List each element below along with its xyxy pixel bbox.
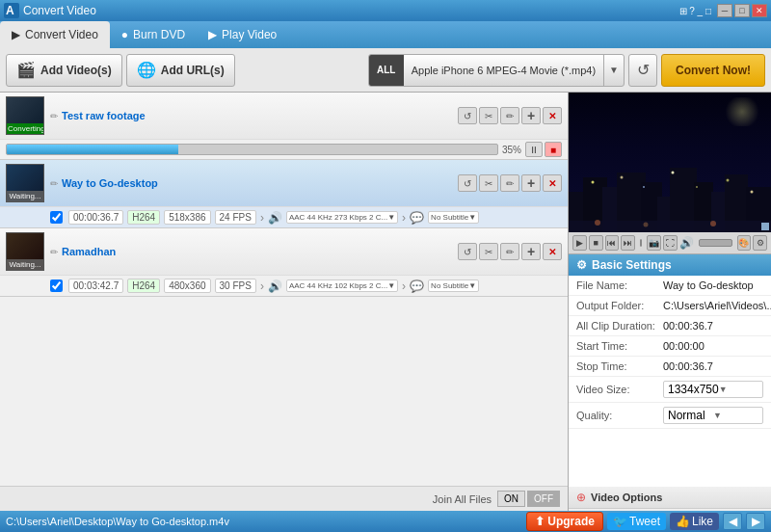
subtitle-dropdown-3[interactable]: No Subtitle ▼ bbox=[428, 279, 479, 292]
convert-tab-icon: ▶ bbox=[12, 28, 20, 41]
file-list-panel: Converting ✏ Test raw footage ↺ ✂ ✏ + ✕ … bbox=[0, 93, 569, 511]
file-refresh-3[interactable]: ↺ bbox=[458, 243, 477, 260]
preview-play-btn[interactable]: ▶ bbox=[572, 235, 587, 251]
file-checkbox-2[interactable] bbox=[50, 211, 63, 224]
settings-panel: ⚙ Basic Settings File Name: Way to Go-de… bbox=[569, 254, 771, 511]
preview-color-btn[interactable]: 🎨 bbox=[737, 235, 752, 251]
file-header-2: Waiting... ✏ Way to Go-desktop ↺ ✂ ✏ + ✕ bbox=[0, 160, 568, 207]
resolution-chip-3: 480x360 bbox=[164, 279, 210, 293]
refresh-button[interactable]: ↺ bbox=[628, 54, 657, 87]
convert-now-button[interactable]: Convert Now! bbox=[661, 54, 765, 87]
tab-convert[interactable]: ▶ Convert Video bbox=[0, 21, 110, 48]
preview-prev-btn[interactable]: ⏮ bbox=[605, 235, 620, 251]
join-row: Join All Files ON OFF bbox=[0, 486, 568, 511]
file-thumb-3: Waiting... bbox=[6, 232, 44, 271]
format-selector[interactable]: ALL Apple iPhone 6 MPEG-4 Movie (*.mp4) … bbox=[368, 54, 625, 87]
format-dropdown-arrow[interactable]: ▼ bbox=[603, 55, 624, 86]
nav-back-button[interactable]: ◀ bbox=[723, 513, 742, 530]
video-options-icon: ⊕ bbox=[576, 491, 586, 504]
nav-forward-button[interactable]: ▶ bbox=[746, 513, 765, 530]
file-cut-3[interactable]: ✂ bbox=[479, 243, 498, 260]
close-button[interactable]: ✕ bbox=[752, 4, 767, 17]
format-all-icon: ALL bbox=[369, 55, 404, 86]
status-waiting-3: Waiting... bbox=[7, 259, 43, 270]
status-bar: C:\Users\Ariel\Desktop\Way to Go-desktop… bbox=[0, 511, 771, 532]
preview-progress-slider[interactable] bbox=[640, 239, 642, 247]
file-details-3: 00:03:42.7 H264 480x360 30 FPS › 🔊 AAC 4… bbox=[0, 276, 568, 296]
video-preview bbox=[569, 93, 771, 232]
pause-btn-1[interactable]: ⏸ bbox=[525, 142, 543, 157]
preview-stop-btn[interactable]: ■ bbox=[589, 235, 603, 251]
tab-play[interactable]: ▶ Play Video bbox=[197, 21, 288, 48]
like-button[interactable]: 👍 Like bbox=[670, 513, 719, 530]
preview-screenshot-btn[interactable]: 📷 bbox=[647, 235, 661, 251]
resize-handle[interactable] bbox=[761, 223, 769, 230]
duration-chip-3: 00:03:42.7 bbox=[68, 279, 123, 293]
twitter-button[interactable]: 🐦 Tweet bbox=[607, 513, 666, 530]
add-videos-label: Add Video(s) bbox=[40, 64, 112, 77]
file-details-2: 00:00:36.7 H264 518x386 24 FPS › 🔊 AAC 4… bbox=[0, 207, 568, 227]
file-cut-1[interactable]: ✂ bbox=[479, 107, 498, 124]
file-close-1[interactable]: ✕ bbox=[543, 107, 562, 124]
audio-label-3: AAC 44 KHz 102 Kbps 2 C... bbox=[289, 281, 387, 290]
upgrade-button[interactable]: ⬆ Upgrade bbox=[526, 512, 603, 531]
file-edit-1[interactable]: ✏ bbox=[500, 107, 519, 124]
file-checkbox-3[interactable] bbox=[50, 279, 63, 292]
duration-chip-2: 00:00:36.7 bbox=[68, 210, 123, 225]
size-value: 1334x750 bbox=[668, 383, 719, 396]
file-close-2[interactable]: ✕ bbox=[543, 174, 562, 192]
settings-header-icon: ⚙ bbox=[576, 258, 587, 272]
filename-value: Way to Go-desktop bbox=[663, 279, 763, 291]
audio-options-section[interactable]: ⊕ Audio Options bbox=[569, 509, 771, 511]
burn-tab-icon: ● bbox=[121, 28, 128, 41]
file-add-1[interactable]: + bbox=[521, 107, 541, 124]
file-list-empty bbox=[0, 297, 568, 486]
join-on-btn[interactable]: ON bbox=[497, 491, 525, 507]
size-dropdown[interactable]: 1334x750 ▼ bbox=[663, 381, 763, 398]
file-edit-3[interactable]: ✏ bbox=[500, 243, 519, 260]
preview-settings-btn[interactable]: ⚙ bbox=[753, 235, 767, 251]
volume-icon-2: 🔊 bbox=[268, 211, 282, 225]
volume-slider[interactable] bbox=[699, 239, 732, 247]
svg-point-23 bbox=[710, 221, 716, 226]
add-videos-icon: 🎬 bbox=[16, 61, 36, 79]
upgrade-icon: ⬆ bbox=[535, 515, 545, 528]
stop-btn-1[interactable]: ■ bbox=[545, 142, 562, 157]
add-videos-button[interactable]: 🎬 Add Video(s) bbox=[6, 54, 122, 87]
join-off-btn[interactable]: OFF bbox=[527, 491, 560, 507]
svg-point-17 bbox=[751, 191, 754, 194]
audio-dropdown-3[interactable]: AAC 44 KHz 102 Kbps 2 C... ▼ bbox=[286, 279, 398, 292]
file-add-2[interactable]: + bbox=[521, 174, 541, 192]
tab-burn[interactable]: ● Burn DVD bbox=[110, 21, 197, 48]
settings-filename-row: File Name: Way to Go-desktop bbox=[569, 276, 771, 296]
file-item-1: Converting ✏ Test raw footage ↺ ✂ ✏ + ✕ … bbox=[0, 93, 568, 160]
file-cut-2[interactable]: ✂ bbox=[479, 174, 498, 192]
stop-value: 00:00:36.7 bbox=[663, 360, 763, 372]
settings-stop-row: Stop Time: 00:00:36.7 bbox=[569, 357, 771, 377]
toolbar-icons[interactable]: ⊞ ? _ □ bbox=[679, 6, 712, 16]
file-refresh-1[interactable]: ↺ bbox=[458, 107, 477, 124]
video-options-section[interactable]: ⊕ Video Options bbox=[569, 487, 771, 509]
quality-dropdown[interactable]: Normal ▼ bbox=[663, 407, 763, 424]
twitter-icon: 🐦 bbox=[613, 515, 627, 528]
file-thumb-1: Converting bbox=[6, 96, 44, 135]
subtitle-dropdown-2[interactable]: No Subtitle ▼ bbox=[428, 211, 479, 224]
file-add-3[interactable]: + bbox=[521, 243, 541, 260]
preview-next-btn[interactable]: ⏭ bbox=[621, 235, 635, 251]
file-refresh-2[interactable]: ↺ bbox=[458, 174, 477, 192]
add-url-icon: 🌐 bbox=[137, 61, 156, 79]
start-label: Start Time: bbox=[576, 340, 663, 352]
audio-dropdown-2[interactable]: AAC 44 KHz 273 Kbps 2 C... ▼ bbox=[286, 211, 398, 224]
convert-label: Convert Now! bbox=[676, 64, 751, 77]
subtitle-icon-2: 💬 bbox=[410, 211, 424, 225]
preview-fullscreen-btn[interactable]: ⛶ bbox=[663, 235, 678, 251]
maximize-button[interactable]: □ bbox=[734, 4, 750, 17]
add-url-button[interactable]: 🌐 Add URL(s) bbox=[126, 54, 235, 87]
file-close-3[interactable]: ✕ bbox=[543, 243, 562, 260]
settings-duration-row: All Clip Duration: 00:00:36.7 bbox=[569, 316, 771, 336]
file-item-2: Waiting... ✏ Way to Go-desktop ↺ ✂ ✏ + ✕… bbox=[0, 160, 568, 228]
settings-header: ⚙ Basic Settings bbox=[569, 254, 771, 276]
join-label: Join All Files bbox=[433, 493, 492, 505]
minimize-button[interactable]: ─ bbox=[717, 4, 732, 17]
file-edit-2[interactable]: ✏ bbox=[500, 174, 519, 192]
